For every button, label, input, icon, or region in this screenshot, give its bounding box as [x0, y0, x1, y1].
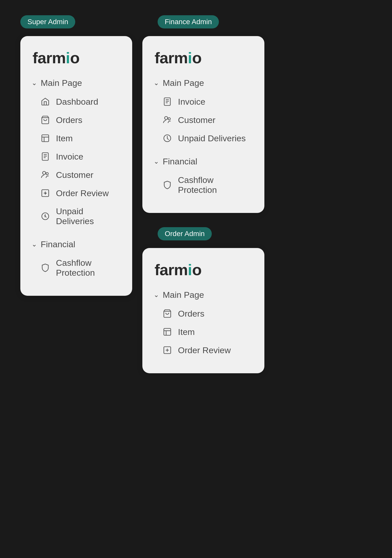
unpaid-icon: $	[40, 211, 50, 221]
sidebar-item-orders-label: Orders	[56, 115, 82, 125]
finance-sidebar-item-customer-label: Customer	[178, 115, 215, 125]
finance-main-page-chevron-icon: ⌄	[154, 79, 159, 87]
financial-section-title: Financial	[41, 239, 75, 249]
sidebar-item-cashflow-label: Cashflow Protection	[56, 258, 120, 278]
home-icon	[40, 97, 50, 107]
sidebar-item-dashboard[interactable]: Dashboard	[33, 92, 120, 111]
finance-logo-o-text: o	[192, 49, 202, 67]
finance-main-page-section-title: Main Page	[163, 78, 204, 88]
sidebar-item-customer[interactable]: Customer	[33, 166, 120, 184]
sidebar-item-unpaid[interactable]: $ Unpaid Deliveries	[33, 202, 120, 230]
finance-customer-icon	[162, 115, 172, 125]
svg-rect-16	[164, 98, 170, 105]
finance-admin-logo: farmio	[155, 49, 252, 67]
finance-admin-badge: Finance Admin	[158, 15, 219, 28]
logo-i-text: i	[66, 49, 70, 67]
order-admin-logo: farmio	[155, 261, 252, 279]
super-admin-badge: Super Admin	[20, 15, 75, 28]
finance-admin-card: farmio ⌄ Main Page Invoice	[142, 36, 264, 213]
order-admin-badge-wrapper: Order Admin	[158, 227, 212, 248]
sidebar-item-invoice[interactable]: Invoice	[33, 147, 120, 166]
super-admin-logo: farmio	[33, 49, 120, 67]
finance-admin-badge-label: Finance Admin	[165, 18, 212, 26]
logo-o-text: o	[70, 49, 80, 67]
finance-invoice-icon	[162, 97, 172, 107]
main-page-chevron-icon: ⌄	[32, 79, 37, 87]
order-cart-icon	[162, 308, 172, 319]
order-main-page-section-header[interactable]: ⌄ Main Page	[154, 290, 252, 300]
order-sidebar-item-item[interactable]: Item	[155, 323, 252, 341]
finance-financial-chevron-icon: ⌄	[154, 158, 159, 165]
super-admin-column: Super Admin farmio ⌄ Main Page Da	[20, 15, 132, 296]
svg-text:$: $	[44, 214, 46, 218]
finance-unpaid-icon	[162, 133, 172, 143]
finance-sidebar-item-customer[interactable]: Customer	[155, 111, 252, 129]
sidebar-item-dashboard-label: Dashboard	[56, 97, 98, 107]
invoice-icon	[40, 151, 50, 162]
order-item-icon	[162, 327, 172, 337]
sidebar-item-order-review[interactable]: Order Review	[33, 184, 120, 202]
order-main-page-chevron-icon: ⌄	[154, 291, 159, 299]
shield-icon	[40, 263, 50, 273]
customer-icon	[40, 170, 50, 180]
cart-icon	[40, 115, 50, 125]
finance-admin-badge-wrapper: Finance Admin	[158, 15, 219, 36]
order-admin-badge: Order Admin	[158, 227, 212, 240]
svg-point-8	[43, 172, 46, 175]
order-logo-farm-text: farm	[155, 261, 188, 279]
finance-financial-section-title: Financial	[163, 157, 197, 166]
order-sidebar-item-item-label: Item	[178, 327, 195, 337]
right-column: Finance Admin farmio ⌄ Main Page	[142, 15, 264, 373]
finance-main-page-section-header[interactable]: ⌄ Main Page	[154, 78, 252, 88]
sidebar-item-orders[interactable]: Orders	[33, 111, 120, 129]
super-admin-card: farmio ⌄ Main Page Dashboard	[20, 36, 132, 296]
finance-sidebar-item-cashflow-label: Cashflow Protection	[178, 175, 252, 195]
finance-sidebar-item-invoice-label: Invoice	[178, 97, 205, 107]
svg-point-21	[168, 118, 170, 120]
finance-sidebar-item-unpaid-label: Unpaid Deliveries	[178, 133, 246, 143]
main-page-section-title: Main Page	[41, 78, 82, 88]
finance-logo-i-text: i	[188, 49, 192, 67]
finance-shield-icon	[162, 180, 172, 190]
order-admin-badge-label: Order Admin	[165, 230, 205, 238]
svg-point-9	[46, 173, 48, 175]
finance-financial-section-header[interactable]: ⌄ Financial	[154, 157, 252, 166]
order-logo-o-text: o	[192, 261, 202, 279]
super-admin-badge-label: Super Admin	[27, 18, 68, 26]
order-main-page-section-title: Main Page	[163, 290, 204, 300]
svg-rect-24	[164, 329, 171, 335]
sidebar-item-order-review-label: Order Review	[56, 188, 109, 198]
sidebar-item-item-label: Item	[56, 133, 73, 143]
financial-chevron-icon: ⌄	[32, 240, 37, 248]
sidebar-item-invoice-label: Invoice	[56, 152, 83, 162]
order-sidebar-item-orders-label: Orders	[178, 309, 204, 319]
order-logo-i-text: i	[188, 261, 192, 279]
sidebar-item-unpaid-label: Unpaid Deliveries	[56, 206, 120, 226]
finance-sidebar-item-invoice[interactable]: Invoice	[155, 92, 252, 111]
order-admin-card: farmio ⌄ Main Page Orders	[142, 248, 264, 373]
sidebar-item-cashflow[interactable]: Cashflow Protection	[33, 254, 120, 282]
sidebar-item-customer-label: Customer	[56, 170, 93, 180]
finance-logo-farm-text: farm	[155, 49, 188, 67]
svg-point-20	[165, 117, 168, 120]
order-review-icon	[162, 345, 172, 355]
main-page-section-header[interactable]: ⌄ Main Page	[32, 78, 120, 88]
finance-sidebar-item-unpaid[interactable]: Unpaid Deliveries	[155, 129, 252, 147]
sidebar-item-item[interactable]: Item	[33, 129, 120, 147]
logo-farm-text: farm	[33, 49, 66, 67]
svg-rect-1	[42, 135, 49, 142]
financial-section-header[interactable]: ⌄ Financial	[32, 239, 120, 249]
order-sidebar-item-orders[interactable]: Orders	[155, 304, 252, 323]
finance-sidebar-item-cashflow[interactable]: Cashflow Protection	[155, 171, 252, 199]
order-review-icon	[40, 188, 50, 198]
item-icon	[40, 133, 50, 143]
order-sidebar-item-order-review-label: Order Review	[178, 345, 231, 355]
svg-rect-4	[42, 153, 48, 160]
order-sidebar-item-order-review[interactable]: Order Review	[155, 341, 252, 359]
